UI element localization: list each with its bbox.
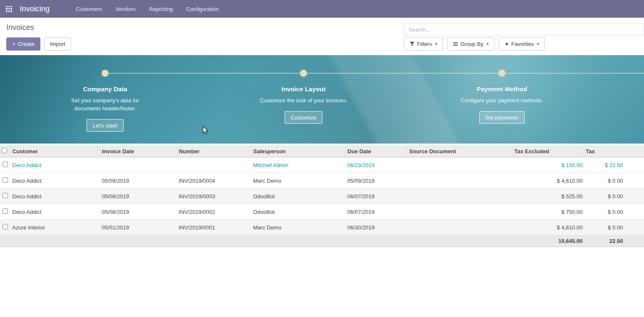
cell-salesperson: OdooBot xyxy=(251,189,346,204)
cell-invoice-date: 05/01/2019 xyxy=(100,220,177,235)
cell-due-date: 06/07/2019 xyxy=(346,189,407,204)
page-title: Invoices xyxy=(6,23,34,32)
onboarding-step-payment-method: Payment Method Configure your payment me… xyxy=(430,70,573,124)
cell-tax: $ 0.00 xyxy=(584,204,644,220)
cell-number: INV/2019/0003 xyxy=(177,189,251,204)
menu-reporting[interactable]: Reporting xyxy=(147,4,175,14)
filters-button-label: Filters xyxy=(417,41,432,47)
chevron-down-icon: ▾ xyxy=(435,42,437,46)
row-checkbox[interactable] xyxy=(3,224,8,229)
app-name[interactable]: Invoicing xyxy=(20,5,50,13)
cell-invoice-date: 05/08/2019 xyxy=(100,204,177,220)
step-dot xyxy=(102,70,108,77)
column-header-number[interactable]: Number xyxy=(177,145,251,157)
menu-customers[interactable]: Customers xyxy=(73,4,105,14)
cell-source-document xyxy=(407,173,512,189)
cell-due-date: 06/30/2019 xyxy=(346,220,407,235)
cell-salesperson: OdooBot xyxy=(251,204,346,220)
action-buttons: + Create Import xyxy=(6,37,71,51)
lets-start-button[interactable]: Let's start! xyxy=(87,119,124,132)
cell-source-document xyxy=(407,204,512,220)
cell-customer: Deco Addict xyxy=(11,173,100,189)
cell-due-date: 06/23/2019 xyxy=(346,157,407,173)
cell-tax: $ 0.00 xyxy=(584,189,644,204)
cell-tax: $ 22.50 xyxy=(584,157,644,173)
cell-source-document xyxy=(407,157,512,173)
cell-number: INV/2019/0001 xyxy=(177,220,251,235)
total-tax-excluded: 10,645.00 xyxy=(512,235,584,247)
invoice-row[interactable]: Azure Interior 05/01/2019 INV/2019/0001 … xyxy=(0,220,644,235)
import-button-label: Import xyxy=(50,41,66,47)
step-description: Customize the look of your invoices. xyxy=(259,96,348,104)
chevron-down-icon: ▾ xyxy=(487,42,489,46)
cell-number xyxy=(177,157,251,173)
cell-invoice-date xyxy=(100,157,177,173)
cell-number: INV/2019/0002 xyxy=(177,204,251,220)
cell-customer: Deco Addict xyxy=(11,157,100,173)
column-header-source-document[interactable]: Source Document xyxy=(407,145,512,157)
favorites-button-label: Favorites xyxy=(511,41,533,47)
create-button[interactable]: + Create xyxy=(6,37,40,51)
cell-tax-excluded: $ 750.00 xyxy=(512,204,584,220)
favorites-button[interactable]: ★ Favorites ▾ xyxy=(499,37,545,51)
row-checkbox[interactable] xyxy=(3,208,8,214)
filters-button[interactable]: Filters ▾ xyxy=(404,37,443,51)
bars-icon xyxy=(453,42,458,46)
cell-tax-excluded: $ 4,610.00 xyxy=(512,220,584,235)
group-by-button-label: Group By xyxy=(460,41,483,47)
cell-tax-excluded: $ 4,610.00 xyxy=(512,173,584,189)
group-by-button[interactable]: Group By ▾ xyxy=(447,37,494,51)
step-title: Invoice Layout xyxy=(232,85,375,93)
column-header-tax[interactable]: Tax xyxy=(584,145,644,157)
menu-configuration[interactable]: Configuration xyxy=(184,4,221,14)
import-button[interactable]: Import xyxy=(44,37,71,51)
column-header-due-date[interactable]: Due Date xyxy=(346,145,407,157)
cell-invoice-date: 05/09/2019 xyxy=(100,173,177,189)
set-payments-button[interactable]: Set payments xyxy=(479,111,525,124)
create-button-label: Create xyxy=(18,41,34,47)
cell-tax: $ 0.00 xyxy=(584,173,644,189)
control-panel: Invoices + Create Import Filters ▾ Group… xyxy=(0,18,644,55)
invoice-row[interactable]: Deco Addict Mitchell Admin 06/23/2019 $ … xyxy=(0,157,644,173)
onboarding-banner: Company Data Set your company's data for… xyxy=(0,55,644,144)
cell-customer: Azure Interior xyxy=(11,220,100,235)
search-input[interactable] xyxy=(404,24,644,35)
apps-menu-icon[interactable] xyxy=(6,6,12,12)
column-header-customer[interactable]: Customer xyxy=(11,145,100,157)
cell-number: INV/2019/0004 xyxy=(177,173,251,189)
total-tax: 22.50 xyxy=(584,235,644,247)
cell-customer: Deco Addict xyxy=(11,189,100,204)
cell-source-document xyxy=(407,189,512,204)
cell-customer: Deco Addict xyxy=(11,204,100,220)
invoice-row[interactable]: Deco Addict 05/08/2019 INV/2019/0002 Odo… xyxy=(0,204,644,220)
list-header-row: Customer Invoice Date Number Salesperson… xyxy=(0,145,644,157)
row-checkbox[interactable] xyxy=(3,177,8,183)
main-menu: Customers Vendors Reporting Configuratio… xyxy=(73,4,221,14)
onboarding-step-invoice-layout: Invoice Layout Customize the look of you… xyxy=(232,70,375,124)
invoice-row[interactable]: Deco Addict 05/08/2019 INV/2019/0003 Odo… xyxy=(0,189,644,204)
step-dot xyxy=(300,70,307,77)
row-checkbox[interactable] xyxy=(3,193,8,198)
cell-salesperson: Marc Demo xyxy=(251,220,346,235)
cell-tax-excluded: $ 150.00 xyxy=(512,157,584,173)
invoice-list-table: Customer Invoice Date Number Salesperson… xyxy=(0,145,644,247)
column-header-invoice-date[interactable]: Invoice Date xyxy=(100,145,177,157)
row-checkbox[interactable] xyxy=(3,162,8,167)
cell-source-document xyxy=(407,220,512,235)
menu-vendors[interactable]: Vendors xyxy=(113,4,138,14)
column-header-salesperson[interactable]: Salesperson xyxy=(251,145,346,157)
customize-button[interactable]: Customize xyxy=(285,111,322,124)
filter-icon xyxy=(410,42,414,46)
cell-invoice-date: 05/08/2019 xyxy=(100,189,177,204)
star-icon: ★ xyxy=(504,41,509,47)
search-options: Filters ▾ Group By ▾ ★ Favorites ▾ xyxy=(404,37,545,51)
select-all-checkbox[interactable] xyxy=(2,148,7,153)
invoice-row[interactable]: Deco Addict 05/09/2019 INV/2019/0004 Mar… xyxy=(0,173,644,189)
cell-due-date: 05/09/2019 xyxy=(346,173,407,189)
column-header-tax-excluded[interactable]: Tax Excluded xyxy=(512,145,584,157)
step-dot xyxy=(499,70,505,77)
onboarding-step-company-data: Company Data Set your company's data for… xyxy=(34,70,177,132)
step-title: Company Data xyxy=(34,85,177,93)
plus-icon: + xyxy=(12,41,16,47)
cell-salesperson: Marc Demo xyxy=(251,173,346,189)
